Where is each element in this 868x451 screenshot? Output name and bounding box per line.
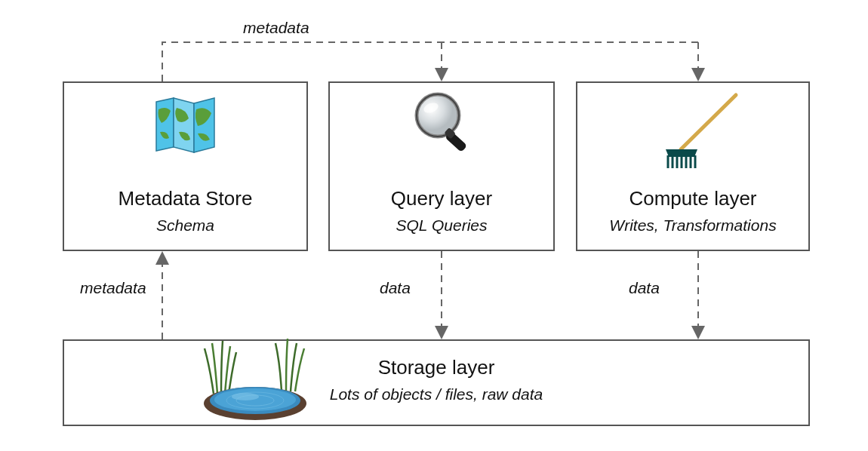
magnifier-icon [411, 89, 479, 164]
svg-line-5 [681, 95, 736, 149]
pond-icon [191, 322, 327, 427]
metadata-store-title: Metadata Store [119, 187, 253, 210]
storage-layer-subtitle: Lots of objects / files, raw data [330, 385, 543, 403]
compute-layer-title: Compute layer [629, 187, 756, 210]
storage-layer-box: Storage layer Lots of objects / files, r… [63, 339, 810, 426]
compute-layer-subtitle: Writes, Transformations [609, 216, 776, 235]
top-metadata-label: metadata [243, 19, 309, 37]
storage-layer-title: Storage layer [330, 356, 543, 379]
metadata-store-subtitle: Schema [156, 216, 214, 235]
data-query-arrow-label: data [380, 279, 411, 297]
map-icon [152, 94, 220, 158]
data-compute-arrow-label: data [629, 279, 660, 297]
metadata-arrow-label: metadata [80, 279, 146, 297]
query-layer-subtitle: SQL Queries [396, 216, 487, 235]
rake-icon [657, 89, 755, 175]
query-layer-title: Query layer [391, 187, 492, 210]
